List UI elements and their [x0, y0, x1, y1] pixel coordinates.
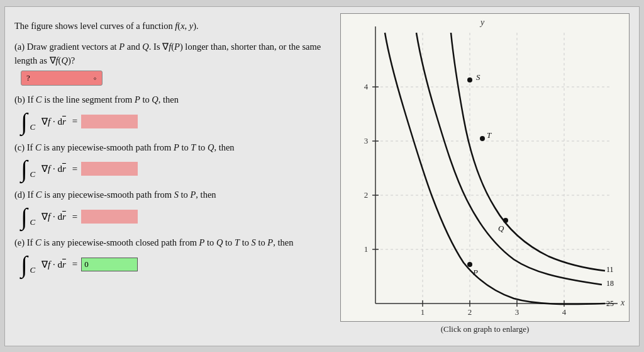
integral-symbol-d: ∫	[21, 205, 27, 229]
part-a-dropdown[interactable]: ? ⬦	[21, 71, 103, 86]
equals-e: =	[72, 259, 77, 270]
svg-text:25: 25	[606, 299, 614, 308]
integral-symbol-c: ∫	[21, 157, 27, 181]
integral-symbol-b: ∫	[21, 110, 27, 133]
part-e-answer[interactable]: 0	[81, 258, 138, 271]
svg-text:S: S	[476, 72, 480, 82]
integral-expr-b: ∇f · dr	[42, 116, 66, 127]
svg-text:2: 2	[364, 190, 369, 200]
integral-expr-d: ∇f · dr	[42, 211, 66, 222]
svg-text:x: x	[620, 298, 625, 307]
main-container: The figure shows level curves of a funct…	[4, 6, 640, 346]
part-b-answer[interactable]	[81, 115, 138, 128]
part-c-integral-row: ∫ C ∇f · dr =	[21, 157, 328, 181]
svg-text:3: 3	[364, 136, 369, 145]
integral-expr-e: ∇f · dr	[42, 259, 66, 270]
part-c-block: (c) If C is any piecewise-smooth path fr…	[14, 141, 328, 181]
svg-text:1: 1	[364, 244, 369, 254]
equals-b: =	[72, 116, 77, 127]
part-e-text: (e) If C is any piecewise-smooth closed …	[14, 236, 328, 250]
equals-c: =	[72, 164, 77, 174]
integral-sub-b: C	[30, 122, 35, 132]
svg-text:18: 18	[606, 279, 614, 288]
svg-text:Q: Q	[498, 224, 504, 233]
part-c-text: (c) If C is any piecewise-smooth path fr…	[14, 141, 328, 155]
intro-block: The figure shows level curves of a funct…	[14, 20, 328, 33]
svg-point-38	[467, 262, 472, 267]
part-a-text: (a) Draw gradient vectors at P and Q. Is…	[14, 40, 328, 68]
integral-sub-d: C	[30, 217, 35, 227]
svg-text:11: 11	[606, 265, 614, 274]
part-e-integral-row: ∫ C ∇f · dr = 0	[21, 253, 328, 276]
svg-point-36	[503, 218, 508, 223]
graph-area[interactable]: 1 2 3 4 1 2 3 4 y x	[340, 13, 630, 322]
svg-text:3: 3	[515, 307, 519, 317]
graph-caption[interactable]: (Click on graph to enlarge)	[441, 324, 530, 334]
svg-text:4: 4	[562, 307, 567, 317]
integral-expr-c: ∇f · dr	[42, 163, 66, 174]
left-panel: The figure shows level curves of a funct…	[11, 13, 331, 339]
part-d-integral-row: ∫ C ∇f · dr =	[21, 205, 328, 229]
graph-svg: 1 2 3 4 1 2 3 4 y x	[341, 14, 630, 322]
svg-text:2: 2	[468, 307, 472, 317]
svg-text:4: 4	[364, 82, 369, 91]
dropdown-arrow-icon: ⬦	[93, 74, 97, 81]
svg-point-34	[480, 136, 485, 141]
svg-text:y: y	[479, 18, 485, 27]
integral-sub-c: C	[30, 169, 35, 179]
part-b-block: (b) If C is the line segment from P to Q…	[14, 93, 328, 133]
svg-text:1: 1	[421, 307, 425, 317]
part-d-block: (d) If C is any piecewise-smooth path fr…	[14, 188, 328, 229]
part-d-answer[interactable]	[81, 210, 138, 224]
equals-d: =	[72, 212, 77, 222]
svg-point-32	[467, 77, 472, 82]
right-panel: 1 2 3 4 1 2 3 4 y x	[337, 13, 633, 339]
part-e-block: (e) If C is any piecewise-smooth closed …	[14, 236, 328, 276]
svg-rect-0	[341, 14, 630, 322]
part-c-answer[interactable]	[81, 162, 138, 176]
svg-text:T: T	[487, 130, 492, 140]
integral-symbol-e: ∫	[21, 253, 27, 276]
intro-text: The figure shows level curves of a funct…	[14, 20, 328, 33]
part-d-text: (d) If C is any piecewise-smooth path fr…	[14, 188, 328, 202]
part-b-integral-row: ∫ C ∇f · dr =	[21, 110, 328, 133]
part-a-block: (a) Draw gradient vectors at P and Q. Is…	[14, 40, 328, 86]
integral-sub-e: C	[30, 265, 35, 275]
part-b-text: (b) If C is the line segment from P to Q…	[14, 93, 328, 107]
dropdown-value: ?	[26, 73, 30, 83]
svg-text:P: P	[472, 268, 478, 277]
